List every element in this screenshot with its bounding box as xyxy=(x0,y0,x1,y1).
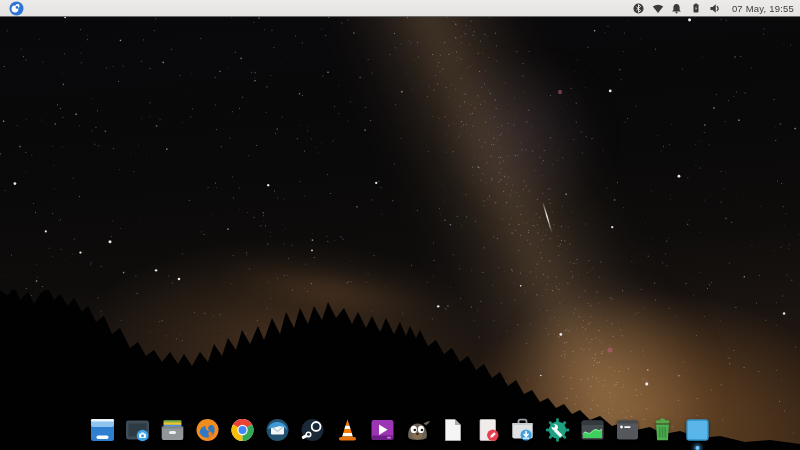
settings-tools-icon[interactable] xyxy=(544,416,572,444)
trash-icon[interactable] xyxy=(649,416,677,444)
software-installer-icon[interactable] xyxy=(509,416,537,444)
top-panel: 07 May, 19:55 xyxy=(0,0,800,17)
text-editor-icon[interactable] xyxy=(474,416,502,444)
gimp-icon[interactable] xyxy=(404,416,432,444)
chrome-icon[interactable] xyxy=(229,416,257,444)
wifi-icon[interactable] xyxy=(652,2,664,14)
system-monitor-icon[interactable] xyxy=(579,416,607,444)
running-app-indicator xyxy=(696,446,700,450)
thunderbird-icon[interactable] xyxy=(264,416,292,444)
libreoffice-document-icon[interactable] xyxy=(439,416,467,444)
system-tray: 07 May, 19:55 xyxy=(633,2,800,14)
media-player-icon[interactable] xyxy=(369,416,397,444)
notifications-bell-icon[interactable] xyxy=(671,2,683,14)
dock xyxy=(89,416,712,444)
bluetooth-icon[interactable] xyxy=(633,2,645,14)
firefox-icon[interactable] xyxy=(194,416,222,444)
blue-window-app-icon[interactable] xyxy=(89,416,117,444)
applications-menu-button[interactable] xyxy=(9,1,24,16)
steam-icon[interactable] xyxy=(299,416,327,444)
xubuntu-menu-icon xyxy=(9,1,24,16)
volume-icon[interactable] xyxy=(709,2,721,14)
vlc-icon[interactable] xyxy=(334,416,362,444)
panel-clock[interactable]: 07 May, 19:55 xyxy=(732,3,794,14)
running-blue-window-icon[interactable] xyxy=(684,416,712,444)
file-manager-icon[interactable] xyxy=(159,416,187,444)
desktop: { "panel": { "menu": { "icon": "xubuntu-… xyxy=(0,0,800,450)
battery-icon[interactable] xyxy=(690,2,702,14)
screenshot-tool-icon[interactable] xyxy=(124,416,152,444)
terminal-icon[interactable] xyxy=(614,416,642,444)
